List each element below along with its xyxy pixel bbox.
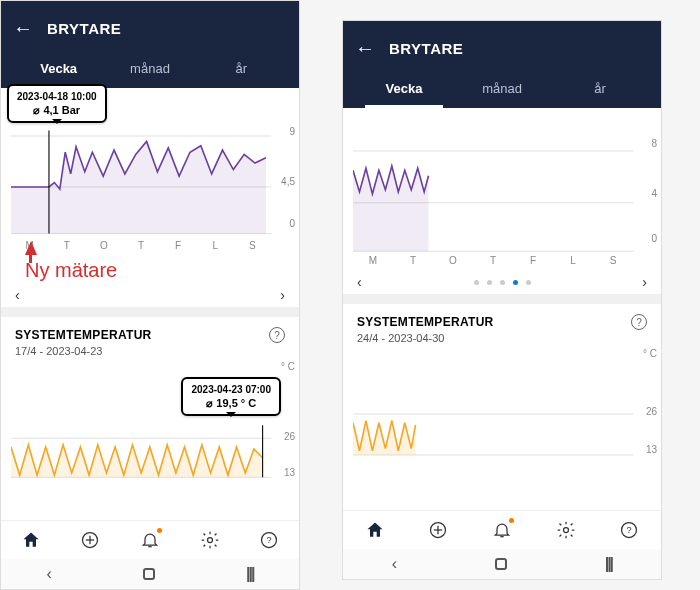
tooltip-value: ⌀ 19,5 ° C — [191, 396, 271, 410]
xaxis-label: T — [393, 255, 433, 266]
xaxis-label: O — [85, 240, 122, 251]
xaxis-label: F — [513, 255, 553, 266]
add-icon[interactable] — [427, 519, 449, 541]
temp-unit: ° C — [281, 361, 295, 372]
sys-home-icon[interactable] — [495, 558, 507, 570]
xaxis-label: T — [473, 255, 513, 266]
section-gap — [1, 307, 299, 317]
tab-ar[interactable]: år — [196, 51, 287, 88]
temp-range: 17/4 - 2023-04-23 — [1, 345, 299, 361]
pressure-xaxis: M T O T F L S — [1, 238, 299, 255]
temp-chart[interactable]: ° C 2023-04-23 07:00 ⌀ 19,5 ° C 26 13 — [1, 361, 299, 481]
yaxis-mid: 4 — [651, 188, 657, 199]
temp-title: SYSTEMTEMPERATUR — [15, 328, 152, 342]
back-arrow-icon[interactable]: ← — [13, 17, 33, 40]
xaxis-label: F — [160, 240, 197, 251]
tab-manad[interactable]: månad — [104, 51, 195, 88]
svg-text:?: ? — [267, 535, 272, 545]
xaxis-label: S — [593, 255, 633, 266]
tooltip-value: ⌀ 4,1 Bar — [17, 103, 97, 117]
tooltip-time: 2023-04-18 10:00 — [17, 90, 97, 103]
help-nav-icon[interactable]: ? — [258, 529, 280, 551]
yaxis-top: 26 — [646, 406, 657, 417]
pressure-tooltip: 2023-04-18 10:00 ⌀ 4,1 Bar — [7, 84, 107, 123]
sys-recent-icon[interactable]: ||| — [246, 565, 253, 583]
svg-point-23 — [563, 528, 568, 533]
bell-icon[interactable] — [491, 519, 513, 541]
pressure-chart[interactable]: 2023-04-18 10:00 ⌀ 4,1 Bar 9 4,5 0 — [1, 88, 299, 238]
page-title: BRYTARE — [389, 40, 463, 57]
temp-range: 24/4 - 2023-04-30 — [343, 332, 661, 348]
yaxis-bot: 13 — [646, 444, 657, 455]
tab-manad[interactable]: månad — [453, 71, 551, 108]
tab-vecka[interactable]: Vecka — [355, 71, 453, 108]
phone-right: ← BRYTARE Vecka månad år 8 4 0 M T O T F… — [342, 20, 662, 580]
home-icon[interactable] — [364, 519, 386, 541]
pressure-pager: ‹ › — [1, 283, 299, 307]
back-arrow-icon[interactable]: ← — [355, 37, 375, 60]
section-gap — [343, 294, 661, 304]
bottom-nav: ? — [343, 510, 661, 549]
pager-dots — [474, 280, 531, 285]
yaxis-bot: 0 — [289, 218, 295, 229]
pressure-svg — [353, 138, 655, 257]
header: ← BRYTARE Vecka månad år — [343, 21, 661, 108]
temp-title: SYSTEMTEMPERATUR — [357, 315, 494, 329]
temp-unit: ° C — [643, 348, 657, 359]
arrow-stem — [29, 253, 32, 263]
pager-dot[interactable] — [474, 280, 479, 285]
tab-vecka[interactable]: Vecka — [13, 51, 104, 88]
annotation-text: Ny mätare — [25, 259, 117, 282]
pager-dot[interactable] — [526, 280, 531, 285]
tabs: Vecka månad år — [355, 71, 649, 108]
pressure-chart[interactable]: 8 4 0 — [343, 108, 661, 253]
yaxis-bot: 0 — [651, 233, 657, 244]
xaxis-label: S — [234, 240, 271, 251]
home-icon[interactable] — [20, 529, 42, 551]
header: ← BRYTARE Vecka månad år — [1, 1, 299, 88]
temp-tooltip: 2023-04-23 07:00 ⌀ 19,5 ° C — [181, 377, 281, 416]
add-icon[interactable] — [79, 529, 101, 551]
pager-dot-active[interactable] — [513, 280, 518, 285]
annotation-ny-matare: Ny mätare — [25, 259, 117, 282]
help-icon[interactable]: ? — [631, 314, 647, 330]
tooltip-time: 2023-04-23 07:00 — [191, 383, 271, 396]
bell-icon[interactable] — [139, 529, 161, 551]
xaxis-label: T — [122, 240, 159, 251]
help-icon[interactable]: ? — [269, 327, 285, 343]
phone-left: ← BRYTARE Vecka månad år 2023-04-18 10:0… — [0, 0, 300, 590]
pager-dot[interactable] — [500, 280, 505, 285]
bottom-nav: ? — [1, 520, 299, 559]
svg-text:?: ? — [627, 525, 632, 535]
sys-home-icon[interactable] — [143, 568, 155, 580]
sys-back-icon[interactable]: ‹ — [392, 555, 397, 573]
yaxis-top: 8 — [651, 138, 657, 149]
svg-point-11 — [207, 538, 212, 543]
pager-next-icon[interactable]: › — [280, 287, 285, 303]
yaxis-bot: 13 — [284, 467, 295, 478]
tab-ar[interactable]: år — [551, 71, 649, 108]
yaxis-top: 26 — [284, 431, 295, 442]
pager-prev-icon[interactable]: ‹ — [15, 287, 20, 303]
page-title: BRYTARE — [47, 20, 121, 37]
yaxis-mid: 4,5 — [281, 176, 295, 187]
xaxis-label: O — [433, 255, 473, 266]
sys-back-icon[interactable]: ‹ — [47, 565, 52, 583]
gear-icon[interactable] — [199, 529, 221, 551]
tabs: Vecka månad år — [13, 51, 287, 88]
sys-recent-icon[interactable]: ||| — [605, 555, 612, 573]
gear-icon[interactable] — [555, 519, 577, 541]
system-nav: ‹ ||| — [1, 559, 299, 589]
yaxis-top: 9 — [289, 126, 295, 137]
xaxis-label: L — [197, 240, 234, 251]
xaxis-label: T — [48, 240, 85, 251]
pager-dot[interactable] — [487, 280, 492, 285]
temp-chart[interactable]: ° C 26 13 — [343, 348, 661, 460]
pressure-pager: ‹ › — [343, 270, 661, 294]
system-nav: ‹ ||| — [343, 549, 661, 579]
temp-svg — [353, 358, 655, 466]
pager-prev-icon[interactable]: ‹ — [357, 274, 362, 290]
help-nav-icon[interactable]: ? — [618, 519, 640, 541]
pager-next-icon[interactable]: › — [642, 274, 647, 290]
xaxis-label: L — [553, 255, 593, 266]
